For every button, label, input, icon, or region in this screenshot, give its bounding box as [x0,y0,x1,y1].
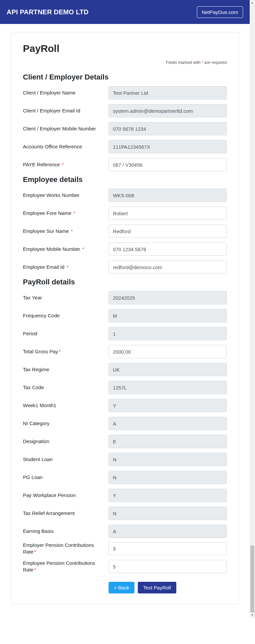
input-frequency-code [109,309,227,322]
input-paye-reference[interactable] [109,158,227,171]
label-tax-regime: Tax Regime [23,366,109,373]
top-navbar: API PARTNER DEMO LTD NetPayDue.com [0,0,250,24]
input-client-mobile [109,122,227,135]
input-employee-surname[interactable] [109,225,227,238]
test-payroll-button[interactable]: Test PayRoll [138,582,176,593]
section-heading-employee: Employee details [23,175,227,184]
input-employee-pension-rate[interactable] [109,560,227,573]
label-employee-works-number: Employee Works Number [23,192,109,199]
label-total-gross-pay: Total Gross Pay* [23,348,109,355]
section-heading-payroll: PayRoll details [23,278,227,286]
label-tax-year: Tax Year [23,294,109,301]
label-paye-reference: PAYE Reference * [23,161,109,168]
label-ni-category: NI Category [23,420,109,427]
input-student-loan [109,453,227,466]
input-tax-regime [109,363,227,376]
input-tax-code [109,381,227,394]
input-week1-month1 [109,399,227,412]
section-heading-client: Client / Employer Details [23,73,227,81]
input-employer-pension-rate[interactable] [109,542,227,555]
payroll-form-card: PayRoll Fields marked with * are require… [11,32,239,604]
label-week1-month1: Week1 Month1 [23,402,109,409]
page-title: PayRoll [23,43,227,54]
input-accounts-office-ref [109,140,227,153]
label-earning-basis: Earning Basis [23,528,109,535]
label-client-mobile: Client / Employer Mobile Number [23,125,109,132]
label-client-email: Client / Employer Email Id [23,107,109,114]
vertical-scrollbar[interactable]: ▲ ▼ [250,0,255,618]
back-button[interactable]: < Back [109,582,134,593]
input-client-name [109,86,227,99]
input-employee-mobile[interactable] [109,242,227,256]
input-employee-forename[interactable] [109,207,227,220]
label-student-loan: Student Loan [23,456,109,463]
input-tax-year [109,291,227,304]
input-earning-basis [109,525,227,538]
label-tax-code: Tax Code [23,384,109,391]
input-pg-loan [109,471,227,484]
input-employee-works-number [109,189,227,202]
input-employee-email[interactable] [109,260,227,274]
label-frequency-code: Frequency Code [23,312,109,319]
required-fields-note: Fields marked with * are required [23,60,227,65]
netpaydue-link-button[interactable]: NetPayDue.com [197,6,243,18]
label-employer-pension-rate: Employer Pension Contributions Rate* [23,542,109,556]
input-designation [109,435,227,448]
input-pay-workplace-pension [109,489,227,502]
label-accounts-office-ref: Accounts Office Reference [23,143,109,150]
label-employee-surname: Employee Sur Name * [23,228,109,235]
label-pg-loan: PG Loan [23,474,109,481]
scrollbar-thumb[interactable] [250,546,254,618]
scrollbar-up-icon[interactable]: ▲ [250,0,255,5]
input-ni-category [109,417,227,430]
label-tax-relief-arrangement: Tax Relief Arrangement [23,510,109,517]
label-period: Period [23,330,109,337]
label-employee-email: Employee Email Id * [23,264,109,270]
input-total-gross-pay[interactable] [109,345,227,358]
label-client-name: Client / Employer Name [23,89,109,96]
label-employee-pension-rate: Employee Pension Contributions Rate* [23,560,109,573]
input-tax-relief-arrangement [109,507,227,520]
label-employee-forename: Employee Fore Name * [23,210,109,217]
input-period [109,327,227,340]
scrollbar-down-icon[interactable]: ▼ [250,612,255,618]
input-client-email [109,104,227,117]
brand-title: API PARTNER DEMO LTD [7,8,89,16]
label-pay-workplace-pension: Pay Workplace Pension [23,492,109,499]
label-employee-mobile: Employee Mobile Number * [23,246,109,252]
label-designation: Designation [23,438,109,445]
